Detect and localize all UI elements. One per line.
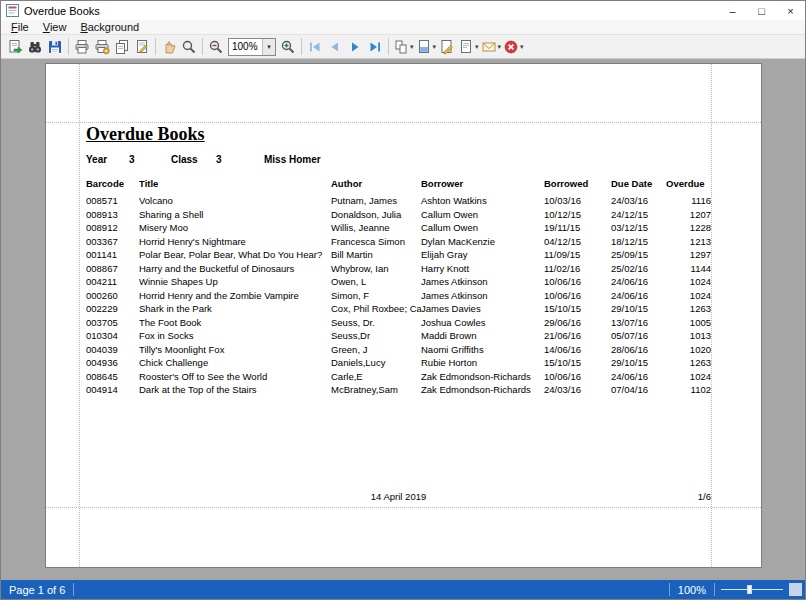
menu-background[interactable]: Background — [73, 20, 146, 34]
close-preview-icon — [503, 39, 519, 55]
report-page: Overdue Books Year 3 Class 3 Miss Homer … — [45, 63, 762, 568]
table-cell: 11/09/15 — [544, 248, 611, 262]
table-cell: Harry Knott — [421, 262, 544, 276]
table-cell: Shark in the Park — [139, 302, 331, 316]
page-footer: 14 April 2019 1/6 — [86, 491, 711, 503]
table-row: 008645Rooster's Off to See the WorldCarl… — [86, 370, 711, 384]
page-style-button[interactable] — [132, 36, 152, 58]
table-cell: 1207 — [666, 208, 711, 222]
table-cell: 1013 — [666, 329, 711, 343]
table-cell: Zak Edmondson-Richards — [421, 370, 544, 384]
next-page-button[interactable] — [345, 36, 365, 58]
new-page-icon — [458, 39, 474, 55]
copy-page-button[interactable] — [112, 36, 132, 58]
print-button[interactable] — [72, 36, 92, 58]
column-header: Due Date — [611, 178, 666, 194]
last-page-button[interactable] — [365, 36, 385, 58]
table-cell: 18/12/15 — [611, 235, 666, 249]
statusbar-divider — [714, 583, 715, 596]
table-cell: 10/12/15 — [544, 208, 611, 222]
new-page-button[interactable]: ▾ — [457, 36, 480, 58]
dropdown-caret-icon: ▾ — [433, 43, 437, 50]
export-button[interactable] — [5, 36, 25, 58]
table-cell: Fox in Socks — [139, 329, 331, 343]
footer-date: 14 April 2019 — [86, 491, 711, 502]
table-cell: 004211 — [86, 275, 139, 289]
zoom-in-icon — [280, 39, 296, 55]
table-cell: 1102 — [666, 383, 711, 397]
zoom-tool-button[interactable] — [179, 36, 199, 58]
zoom-tool-icon — [181, 39, 197, 55]
print-icon — [74, 39, 90, 55]
table-cell: Carle,E — [331, 370, 421, 384]
table-row: 004211Winnie Shapes UpOwen, LJames Atkin… — [86, 275, 711, 289]
statusbar: Page 1 of 6 100% — [1, 580, 805, 599]
zoom-dropdown-button[interactable]: ▾ — [262, 39, 275, 55]
table-cell: James Atkinson — [421, 289, 544, 303]
table-cell: 03/12/15 — [611, 221, 666, 235]
resize-grip[interactable] — [789, 583, 802, 596]
save-button[interactable] — [45, 36, 65, 58]
table-cell: Francesca Simon — [331, 235, 421, 249]
report-table: BarcodeTitleAuthorBorrowerBorrowedDue Da… — [86, 178, 711, 397]
page-background-button[interactable]: ▾ — [415, 36, 438, 58]
print-setup-icon — [94, 39, 110, 55]
email-button[interactable]: ▾ — [480, 36, 503, 58]
table-cell: 10/06/16 — [544, 275, 611, 289]
table-cell: Putnam, James — [331, 194, 421, 208]
table-cell: 29/10/15 — [611, 356, 666, 370]
table-cell: Donaldson, Julia — [331, 208, 421, 222]
prev-page-button[interactable] — [325, 36, 345, 58]
preview-area[interactable]: Overdue Books Year 3 Class 3 Miss Homer … — [1, 59, 805, 580]
zoom-slider-track[interactable] — [721, 589, 783, 590]
hand-tool-button[interactable] — [159, 36, 179, 58]
dropdown-caret-icon: ▾ — [410, 43, 414, 50]
table-cell: Simon, F — [331, 289, 421, 303]
table-cell: 008645 — [86, 370, 139, 384]
table-cell: Owen, L — [331, 275, 421, 289]
email-icon — [481, 39, 497, 55]
table-cell: 1263 — [666, 356, 711, 370]
zoom-slider[interactable] — [721, 580, 783, 599]
table-row: 008913Sharing a ShellDonaldson, JuliaCal… — [86, 208, 711, 222]
table-cell: 10/06/16 — [544, 289, 611, 303]
table-cell: 19/11/15 — [544, 221, 611, 235]
find-button[interactable] — [25, 36, 45, 58]
page-style-icon — [134, 39, 150, 55]
table-cell: Rubie Horton — [421, 356, 544, 370]
zoom-out-button[interactable] — [206, 36, 226, 58]
table-cell: 04/12/15 — [544, 235, 611, 249]
maximize-button[interactable]: □ — [747, 1, 776, 20]
table-cell: Cox, Phil Roxbee; Cartwright, Stephen — [331, 302, 421, 316]
edit-page-button[interactable] — [437, 36, 457, 58]
table-cell: Callum Owen — [421, 208, 544, 222]
table-cell: The Foot Book — [139, 316, 331, 330]
table-cell: 008912 — [86, 221, 139, 235]
close-preview-button[interactable]: ▾ — [502, 36, 525, 58]
margin-guide-right — [711, 64, 712, 567]
statusbar-zoom-value: 100% — [670, 584, 714, 596]
toolbar-separator — [202, 38, 203, 55]
minimize-button[interactable]: – — [718, 1, 747, 20]
first-page-button[interactable] — [305, 36, 325, 58]
table-cell: Volcano — [139, 194, 331, 208]
print-setup-button[interactable] — [92, 36, 112, 58]
table-cell: Maddi Brown — [421, 329, 544, 343]
menu-file[interactable]: File — [4, 20, 36, 34]
table-cell: 004936 — [86, 356, 139, 370]
statusbar-zoom-area: 100% — [669, 580, 805, 599]
table-cell: 1024 — [666, 370, 711, 384]
zoom-slider-thumb[interactable] — [747, 585, 752, 594]
menu-view[interactable]: View — [36, 20, 74, 34]
table-cell: 15/10/15 — [544, 302, 611, 316]
column-header: Overdue — [666, 178, 711, 194]
table-cell: 11/02/16 — [544, 262, 611, 276]
zoom-input[interactable] — [229, 39, 262, 55]
class-value: 3 — [216, 154, 222, 165]
view-mode-button[interactable]: ▾ — [392, 36, 415, 58]
table-cell: 003367 — [86, 235, 139, 249]
close-button[interactable]: × — [776, 1, 805, 20]
zoom-in-button[interactable] — [278, 36, 298, 58]
table-cell: Callum Owen — [421, 221, 544, 235]
report-table-head-row: BarcodeTitleAuthorBorrowerBorrowedDue Da… — [86, 178, 711, 194]
